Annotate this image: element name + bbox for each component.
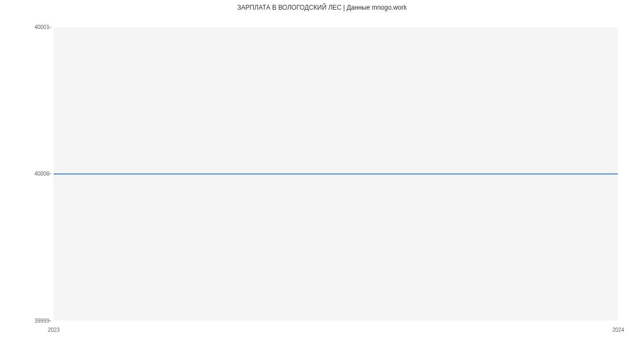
x-tick-label: 2023 xyxy=(48,327,60,333)
y-tick xyxy=(47,173,52,174)
y-tick xyxy=(47,321,52,321)
plot-area xyxy=(54,27,618,321)
y-tick xyxy=(47,27,52,27)
x-tick-label: 2024 xyxy=(612,327,624,333)
data-line xyxy=(54,173,618,174)
chart-title: ЗАРПЛАТА В ВОЛОГОДСКИЙ ЛЕС | Данные mnog… xyxy=(0,0,644,11)
